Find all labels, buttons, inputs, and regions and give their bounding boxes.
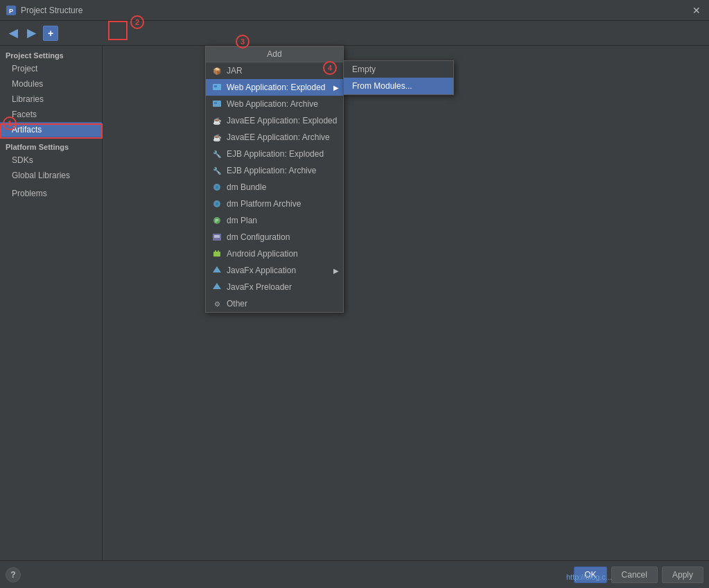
add-icon: + bbox=[48, 28, 53, 39]
apply-button[interactable]: Apply bbox=[662, 567, 703, 583]
ejb-exploded-icon: 🔧 bbox=[211, 148, 222, 159]
javafx-submenu-arrow: ▶ bbox=[333, 267, 339, 275]
menu-item-jar[interactable]: 📦 JAR bbox=[206, 62, 343, 79]
menu-item-web-exploded-label: Web Application: Exploded bbox=[227, 83, 326, 92]
menu-item-javaee-exploded[interactable]: ☕ JavaEE Application: Exploded bbox=[206, 112, 343, 129]
menu-item-dm-platform[interactable]: dm Platform Archive bbox=[206, 196, 343, 212]
menu-item-javafx-pre-label: JavaFx Preloader bbox=[227, 282, 292, 292]
sidebar-item-project[interactable]: Project bbox=[0, 61, 102, 76]
menu-item-ejb-archive[interactable]: 🔧 EJB Application: Archive bbox=[206, 162, 343, 179]
menu-item-web-archive[interactable]: Web Application: Archive bbox=[206, 96, 343, 112]
menu-item-javafx-app[interactable]: JavaFx Application ▶ bbox=[206, 262, 343, 279]
menu-item-dm-bundle-label: dm Bundle bbox=[227, 182, 266, 192]
ejb-archive-icon: 🔧 bbox=[211, 165, 222, 176]
main-layout: Project Settings Project Modules Librari… bbox=[0, 46, 709, 560]
javafx-pre-icon bbox=[211, 282, 222, 293]
close-button[interactable]: ✕ bbox=[690, 3, 703, 17]
platform-settings-title: Platform Settings bbox=[0, 140, 102, 153]
menu-item-javaee-archive[interactable]: ☕ JavaEE Application: Archive bbox=[206, 129, 343, 146]
menu-item-dm-platform-label: dm Platform Archive bbox=[227, 199, 301, 209]
dm-config-icon bbox=[211, 232, 222, 243]
annotation-2: 2 bbox=[130, 15, 144, 29]
menu-item-web-archive-label: Web Application: Archive bbox=[227, 99, 318, 109]
svg-rect-5 bbox=[214, 102, 217, 104]
svg-marker-18 bbox=[213, 266, 221, 273]
project-settings-title: Project Settings bbox=[0, 49, 102, 61]
svg-point-7 bbox=[216, 186, 218, 189]
menu-item-android[interactable]: Android Application bbox=[206, 245, 343, 262]
menu-item-javafx-app-label: JavaFx Application bbox=[227, 266, 296, 275]
menu-item-ejb-exploded-label: EJB Application: Exploded bbox=[227, 149, 324, 159]
menu-item-ejb-archive-label: EJB Application: Archive bbox=[227, 166, 316, 175]
sidebar-item-sdks[interactable]: SDKs bbox=[0, 153, 102, 168]
help-button[interactable]: ? bbox=[6, 567, 21, 582]
menu-item-dm-config-label: dm Configuration bbox=[227, 232, 290, 242]
web-archive-icon bbox=[211, 98, 222, 110]
svg-text:P: P bbox=[9, 8, 13, 15]
content-area: Add 📦 JAR Web Application: Exploded ▶ bbox=[103, 46, 709, 560]
svg-rect-16 bbox=[215, 250, 216, 252]
menu-item-javafx-pre[interactable]: JavaFx Preloader bbox=[206, 279, 343, 295]
menu-item-web-exploded[interactable]: Web Application: Exploded ▶ bbox=[206, 79, 343, 96]
title-bar: P Project Structure ✕ bbox=[0, 0, 709, 21]
menu-item-other[interactable]: ⚙ Other bbox=[206, 295, 343, 312]
sidebar-item-modules[interactable]: Modules bbox=[0, 76, 102, 92]
other-icon: ⚙ bbox=[211, 298, 222, 309]
menu-item-other-label: Other bbox=[227, 299, 247, 309]
svg-text:P: P bbox=[216, 218, 219, 223]
menu-item-dm-bundle[interactable]: dm Bundle bbox=[206, 179, 343, 196]
android-icon bbox=[211, 248, 222, 259]
menu-item-dm-plan[interactable]: P dm Plan bbox=[206, 212, 343, 229]
add-button[interactable]: + bbox=[43, 26, 58, 41]
url-bar: http://blog.c... bbox=[566, 573, 612, 581]
menu-item-ejb-exploded[interactable]: 🔧 EJB Application: Exploded bbox=[206, 146, 343, 162]
menu-item-dm-plan-label: dm Plan bbox=[227, 216, 257, 225]
submenu-web-exploded: Empty From Modules... bbox=[343, 60, 454, 95]
toolbar: ◀ ▶ + bbox=[0, 21, 709, 46]
menu-item-javaee-archive-label: JavaEE Application: Archive bbox=[227, 132, 330, 142]
jar-icon: 📦 bbox=[211, 65, 222, 76]
svg-point-9 bbox=[216, 202, 218, 205]
submenu-item-from-modules[interactable]: From Modules... bbox=[344, 78, 453, 94]
svg-rect-15 bbox=[213, 252, 220, 257]
menu-item-android-label: Android Application bbox=[227, 249, 298, 259]
annotation-rect-add bbox=[108, 21, 128, 40]
annotation-4: 4 bbox=[323, 61, 337, 75]
sidebar-item-problems[interactable]: Problems bbox=[0, 186, 102, 201]
title-bar-text: Project Structure bbox=[21, 6, 690, 15]
sidebar-item-global-libraries[interactable]: Global Libraries bbox=[0, 168, 102, 183]
javafx-app-icon bbox=[211, 265, 222, 276]
svg-marker-19 bbox=[213, 283, 221, 289]
svg-rect-3 bbox=[214, 85, 217, 87]
dm-bundle-icon bbox=[211, 182, 222, 193]
add-menu-header: Add bbox=[206, 46, 343, 62]
bottom-bar: ? http://blog.c... OK Cancel Apply bbox=[0, 560, 709, 588]
sidebar-item-libraries[interactable]: Libraries bbox=[0, 92, 102, 107]
app-icon: P bbox=[6, 5, 17, 16]
menu-item-dm-config[interactable]: dm Configuration bbox=[206, 229, 343, 245]
javaee-exploded-icon: ☕ bbox=[211, 115, 222, 126]
back-button[interactable]: ◀ bbox=[6, 26, 21, 41]
dm-platform-icon bbox=[211, 198, 222, 209]
submenu-item-empty[interactable]: Empty bbox=[344, 61, 453, 78]
add-menu: Add 📦 JAR Web Application: Exploded ▶ bbox=[205, 46, 344, 313]
annotation-rect-artifacts bbox=[0, 123, 103, 139]
submenu-arrow: ▶ bbox=[333, 84, 339, 92]
javaee-archive-icon: ☕ bbox=[211, 132, 222, 143]
web-exploded-icon bbox=[211, 82, 222, 93]
menu-item-javaee-exploded-label: JavaEE Application: Exploded bbox=[227, 116, 337, 126]
menu-item-jar-label: JAR bbox=[227, 66, 243, 76]
annotation-3: 3 bbox=[236, 35, 250, 49]
dm-plan-icon: P bbox=[211, 215, 222, 226]
cancel-button[interactable]: Cancel bbox=[611, 567, 658, 583]
svg-rect-17 bbox=[218, 250, 219, 252]
forward-button[interactable]: ▶ bbox=[24, 26, 39, 41]
